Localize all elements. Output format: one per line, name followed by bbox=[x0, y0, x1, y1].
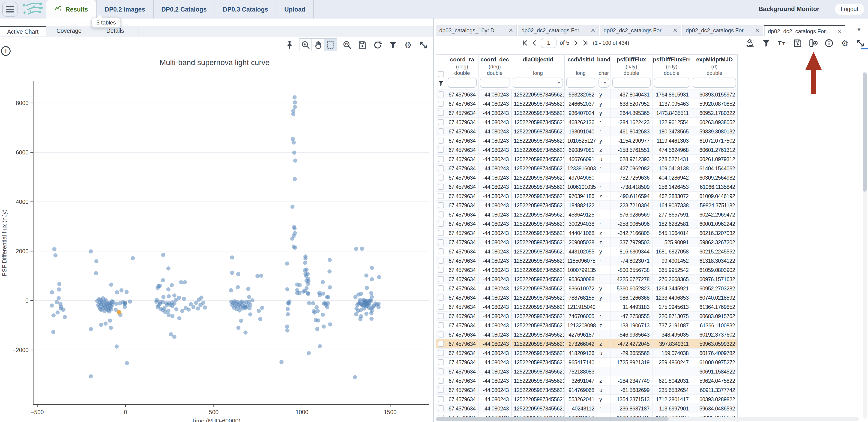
row-checkbox[interactable] bbox=[438, 211, 444, 217]
close-tab-icon[interactable]: ✕ bbox=[588, 27, 595, 34]
row-checkbox[interactable] bbox=[438, 350, 444, 356]
column-header-coord_dec[interactable]: coord_dec (deg) double bbox=[478, 55, 512, 90]
row-checkbox[interactable] bbox=[438, 138, 444, 144]
table-row[interactable]: 67.4579634 -44.080243 125222059873455621… bbox=[436, 191, 737, 201]
row-checkbox[interactable] bbox=[438, 332, 444, 337]
row-checkbox[interactable] bbox=[438, 285, 444, 291]
column-header-psfDiffFlux[interactable]: psfDiffFlux (nJy) double bbox=[611, 55, 652, 90]
nav-tab-results[interactable]: Results bbox=[46, 0, 96, 19]
save-icon[interactable] bbox=[792, 37, 803, 49]
table-row[interactable]: 67.4579634 -44.080243 125222059873455621… bbox=[436, 367, 737, 376]
chart-subtab-coverage[interactable]: Coverage bbox=[46, 26, 92, 36]
page-number-input[interactable] bbox=[541, 38, 557, 48]
row-checkbox[interactable] bbox=[438, 341, 444, 347]
table-row[interactable]: 67.4579634 -44.080243 125222059873455621… bbox=[436, 284, 737, 293]
text-view-icon[interactable]: TT bbox=[777, 37, 787, 49]
inspect-icon[interactable] bbox=[745, 37, 755, 49]
filter-input-coord_dec[interactable] bbox=[480, 78, 510, 88]
row-checkbox[interactable] bbox=[438, 322, 444, 328]
table-row[interactable]: 67.4579634 -44.080243 125222059873455621… bbox=[436, 210, 737, 219]
row-checkbox[interactable] bbox=[438, 128, 444, 134]
table-row[interactable]: 67.4579634 -44.080243 125222059873455621… bbox=[436, 164, 737, 173]
row-checkbox[interactable] bbox=[438, 368, 444, 374]
table-row[interactable]: 67.4579634 -44.080243 125222059873455621… bbox=[436, 118, 737, 127]
table-row[interactable]: 67.4579634 -44.080243 125222059873455621… bbox=[436, 90, 737, 99]
table-row[interactable]: 67.4579634 -44.080243 125222059873455621… bbox=[436, 182, 737, 191]
table-tab-2[interactable]: dp02_dc2_catalogs.For...✕ bbox=[600, 25, 681, 36]
row-checkbox[interactable] bbox=[438, 359, 444, 365]
filter-input-band[interactable] bbox=[598, 78, 609, 88]
row-checkbox[interactable] bbox=[438, 239, 444, 245]
table-row[interactable]: 67.4579634 -44.080243 125222059873455621… bbox=[436, 330, 737, 339]
row-checkbox[interactable] bbox=[438, 156, 444, 162]
close-tab-icon[interactable]: ✕ bbox=[753, 27, 760, 34]
table-tab-4[interactable]: dp02_dc2_catalogs.For...✕ bbox=[764, 25, 845, 36]
filter-input-ccdVisitId[interactable] bbox=[566, 78, 595, 88]
row-checkbox[interactable] bbox=[438, 110, 444, 116]
close-tab-icon[interactable]: ✕ bbox=[506, 27, 513, 34]
close-tab-icon[interactable]: ✕ bbox=[835, 28, 842, 34]
column-header-ccdVisitId[interactable]: ccdVisitId long bbox=[565, 55, 597, 90]
column-header-coord_ra[interactable]: coord_ra (deg) double bbox=[446, 55, 478, 90]
table-row[interactable]: 67.4579634 -44.080243 125222059873455621… bbox=[436, 339, 737, 349]
prev-page-button[interactable] bbox=[531, 40, 537, 46]
background-monitor-button[interactable]: Background Monitor bbox=[750, 4, 828, 14]
row-checkbox[interactable] bbox=[438, 230, 444, 236]
row-checkbox[interactable] bbox=[438, 276, 444, 282]
close-tab-icon[interactable]: ✕ bbox=[671, 27, 677, 34]
table-row[interactable]: 67.4579634 -44.080243 125222059873455621… bbox=[436, 247, 737, 256]
table-row[interactable]: 67.4579634 -44.080243 125222059873455621… bbox=[436, 266, 737, 275]
filter-icon[interactable] bbox=[761, 37, 771, 49]
table-row[interactable]: 67.4579634 -44.080243 125222059873455621… bbox=[436, 312, 737, 321]
chart-canvas[interactable]: −200002000400060008000−500050010001500Mu… bbox=[0, 36, 433, 422]
add-column-icon[interactable] bbox=[808, 37, 818, 49]
table-row[interactable]: 67.4579634 -44.080243 125222059873455621… bbox=[436, 109, 737, 118]
filter-input-psfDiffFluxErr[interactable] bbox=[654, 78, 689, 88]
row-checkbox[interactable] bbox=[438, 387, 444, 393]
row-checkbox[interactable] bbox=[438, 221, 444, 227]
nav-tab-dp0-2-catalogs[interactable]: DP0.2 Catalogs bbox=[153, 0, 215, 19]
row-checkbox[interactable] bbox=[438, 295, 444, 301]
first-page-button[interactable] bbox=[522, 40, 528, 46]
table-row[interactable]: 67.4579634 -44.080243 125222059873455621… bbox=[436, 358, 737, 367]
table-tab-0[interactable]: dp03_catalogs_10yr.Di...✕ bbox=[436, 25, 517, 36]
row-checkbox[interactable] bbox=[438, 248, 444, 254]
hamburger-menu-button[interactable] bbox=[2, 2, 18, 17]
table-row[interactable]: 67.4579634 -44.080243 125222059873455621… bbox=[436, 256, 737, 266]
column-header-band[interactable]: band char ▼ bbox=[597, 55, 611, 90]
row-checkbox[interactable] bbox=[438, 91, 444, 97]
table-row[interactable]: 67.4579634 -44.080243 125222059873455621… bbox=[436, 99, 737, 109]
row-checkbox[interactable] bbox=[438, 119, 444, 125]
table-row[interactable]: 67.4579634 -44.080243 125222059873455621… bbox=[436, 386, 737, 395]
row-checkbox[interactable] bbox=[438, 101, 444, 107]
row-checkbox[interactable] bbox=[438, 147, 444, 153]
table-row[interactable]: 67.4579634 -44.080243 125222059873455621… bbox=[436, 293, 737, 302]
table-row[interactable]: 67.4579634 -44.080243 125222059873455621… bbox=[436, 219, 737, 229]
row-checkbox[interactable] bbox=[438, 405, 444, 411]
table-row[interactable]: 67.4579634 -44.080243 125222059873455621… bbox=[436, 376, 737, 386]
row-checkbox[interactable] bbox=[438, 396, 444, 402]
info-icon[interactable] bbox=[824, 37, 834, 49]
chart-subtab-active-chart[interactable]: Active Chart bbox=[0, 26, 46, 36]
table-row[interactable]: 67.4579634 -44.080243 125222059873455621… bbox=[436, 404, 737, 413]
column-header-expMidptMJD[interactable]: expMidptMJD (d) double bbox=[691, 55, 737, 90]
table-row[interactable]: 67.4579634 -44.080243 125222059873455621… bbox=[436, 395, 737, 404]
filter-toggle-icon[interactable] bbox=[437, 80, 444, 89]
column-header-diaObjectId[interactable]: diaObjectId long ▼ bbox=[512, 55, 565, 90]
tab-overflow-icon[interactable]: ▼ bbox=[857, 27, 862, 32]
filter-input-expMidptMJD[interactable] bbox=[693, 78, 736, 88]
table-tab-1[interactable]: dp02_dc2_catalogs.For...✕ bbox=[518, 25, 599, 36]
logout-button[interactable]: Logout bbox=[835, 4, 864, 15]
table-row[interactable]: 67.4579634 -44.080243 125222059873455621… bbox=[436, 275, 737, 284]
row-checkbox[interactable] bbox=[438, 258, 444, 264]
next-page-button[interactable] bbox=[573, 40, 579, 46]
table-row[interactable]: 67.4579634 -44.080243 125222059873455621… bbox=[436, 145, 737, 155]
select-all-checkbox[interactable] bbox=[438, 71, 444, 77]
settings-icon[interactable]: ⚙ bbox=[839, 37, 849, 49]
table-row[interactable]: 67.4579634 -44.080243 125222059873455621… bbox=[436, 321, 737, 330]
table-row[interactable]: 67.4579634 -44.080243 125222059873455621… bbox=[436, 127, 737, 136]
vertical-scrollbar-thumb[interactable] bbox=[863, 72, 867, 191]
row-checkbox[interactable] bbox=[438, 378, 444, 384]
last-page-button[interactable] bbox=[582, 40, 589, 46]
row-checkbox[interactable] bbox=[438, 202, 444, 208]
